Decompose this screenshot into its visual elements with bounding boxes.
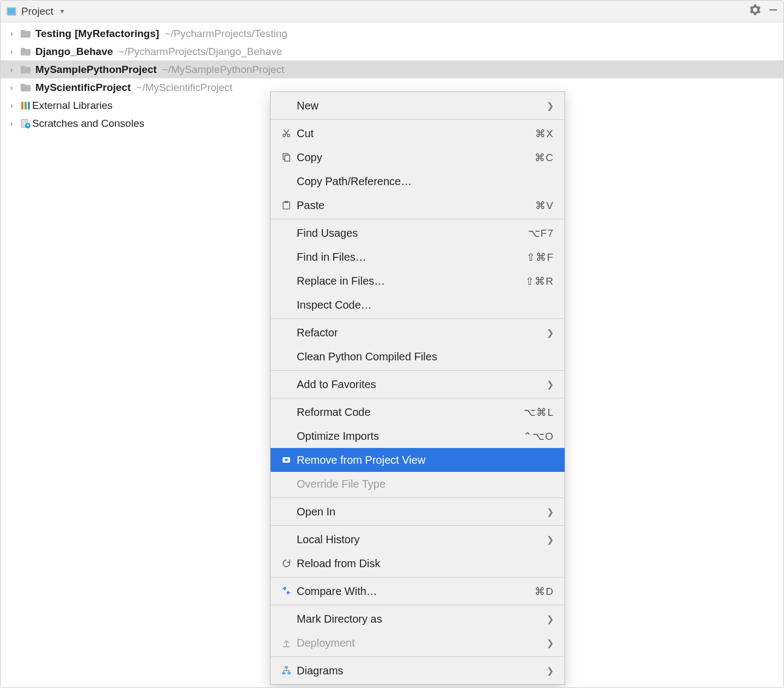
- external-libraries-icon: [20, 101, 32, 110]
- deploy-icon: [276, 638, 297, 648]
- menu-item[interactable]: Copy Path/Reference…: [271, 169, 565, 193]
- menu-item-label: Find in Files…: [297, 251, 526, 263]
- chevron-right-icon[interactable]: ›: [10, 47, 20, 56]
- menu-item-label: Remove from Project View: [297, 454, 554, 466]
- tree-item-name: External Libraries: [32, 100, 113, 112]
- menu-item[interactable]: Add to Favorites ❯: [271, 372, 565, 396]
- context-menu: New ❯ Cut ⌘X Copy ⌘C Copy Path/Reference…: [270, 91, 565, 685]
- folder-icon: [20, 65, 32, 75]
- tree-item[interactable]: › Django_Behave ~/PycharmProjects/Django…: [1, 42, 783, 60]
- menu-item-label: Override File Type: [297, 478, 554, 490]
- chevron-right-icon: ❯: [547, 507, 554, 517]
- menu-item[interactable]: Paste ⌘V: [271, 193, 565, 217]
- menu-item[interactable]: Reformat Code ⌥⌘L: [271, 400, 565, 424]
- gear-icon[interactable]: [750, 4, 761, 18]
- menu-item[interactable]: Remove from Project View: [271, 448, 565, 472]
- tree-item-path: ~/PycharmProjects/Django_Behave: [119, 46, 282, 58]
- svg-rect-1: [8, 8, 15, 15]
- menu-separator: [271, 398, 565, 398]
- menu-item-shortcut: ⌘X: [535, 127, 554, 140]
- menu-item[interactable]: Cut ⌘X: [271, 121, 565, 145]
- menu-item[interactable]: Local History ❯: [271, 527, 565, 551]
- menu-item[interactable]: Compare With… ⌘D: [271, 579, 565, 603]
- menu-item: Deployment ❯: [271, 631, 565, 655]
- chevron-right-icon: ❯: [547, 638, 554, 648]
- menu-item-shortcut: ⌥F7: [528, 227, 554, 239]
- tree-item-path: ~/MyScientificProject: [136, 82, 232, 94]
- menu-item[interactable]: Reload from Disk: [271, 551, 565, 575]
- svg-rect-17: [287, 672, 291, 674]
- menu-item-label: Replace in Files…: [297, 275, 525, 287]
- menu-item-shortcut: ⇧⌘R: [525, 275, 554, 287]
- tree-item-path: ~/PycharmProjects/Testing: [164, 28, 287, 40]
- menu-separator: [271, 605, 565, 605]
- menu-item-shortcut: ⇧⌘F: [526, 251, 554, 263]
- project-tool-window-header: Project ▼: [1, 1, 783, 22]
- menu-item-label: Local History: [297, 533, 547, 546]
- menu-item[interactable]: Open In ❯: [271, 500, 565, 524]
- menu-item-label: Refactor: [297, 327, 547, 339]
- menu-item[interactable]: Inspect Code…: [271, 293, 565, 317]
- menu-item-label: Mark Directory as: [297, 613, 547, 625]
- tree-item[interactable]: › Testing [MyRefactorings] ~/PycharmProj…: [1, 24, 783, 42]
- chevron-right-icon[interactable]: ›: [10, 29, 20, 38]
- svg-rect-15: [285, 666, 288, 668]
- menu-item-label: Add to Favorites: [297, 378, 547, 391]
- menu-item: Override File Type: [271, 472, 565, 496]
- chevron-right-icon: ❯: [547, 666, 554, 676]
- menu-item-label: Diagrams: [297, 665, 547, 677]
- reload-icon: [276, 558, 297, 568]
- tree-item-path: ~/MySamplePythonProject: [162, 64, 284, 76]
- folder-icon: [20, 47, 32, 57]
- menu-item-label: Open In: [297, 506, 547, 518]
- menu-item-label: Reformat Code: [297, 406, 524, 419]
- tree-item-name: Django_Behave: [35, 46, 113, 58]
- diagram-icon: [276, 666, 297, 675]
- menu-item[interactable]: Diagrams ❯: [271, 659, 565, 683]
- tree-item-name: Testing: [35, 28, 71, 40]
- menu-item[interactable]: Find Usages ⌥F7: [271, 221, 565, 245]
- menu-item-label: Cut: [297, 127, 535, 140]
- menu-item[interactable]: Find in Files… ⇧⌘F: [271, 245, 565, 269]
- chevron-right-icon: ❯: [547, 535, 554, 545]
- paste-icon: [276, 200, 297, 210]
- chevron-right-icon[interactable]: ›: [10, 83, 20, 92]
- view-dropdown-icon[interactable]: ▼: [59, 8, 65, 15]
- menu-separator: [271, 577, 565, 578]
- tree-item-name: MyScientificProject: [35, 82, 131, 94]
- menu-item[interactable]: Optimize Imports ⌃⌥O: [271, 424, 565, 448]
- project-icon: [6, 6, 17, 17]
- project-title[interactable]: Project: [21, 5, 53, 17]
- chevron-right-icon: ❯: [547, 614, 554, 624]
- menu-separator: [271, 119, 565, 120]
- folder-icon: [20, 29, 32, 39]
- svg-rect-2: [769, 9, 777, 11]
- menu-item-label: Optimize Imports: [297, 430, 523, 443]
- tree-item[interactable]: › MySamplePythonProject ~/MySamplePython…: [1, 60, 783, 78]
- delete-icon: [276, 455, 297, 465]
- menu-item[interactable]: Clean Python Compiled Files: [271, 345, 565, 368]
- menu-item[interactable]: Copy ⌘C: [271, 145, 565, 169]
- folder-icon: [20, 83, 32, 93]
- menu-item-label: Compare With…: [297, 585, 535, 598]
- hide-icon[interactable]: [768, 5, 778, 17]
- copy-icon: [276, 152, 297, 162]
- svg-rect-4: [24, 102, 27, 109]
- menu-item[interactable]: Replace in Files… ⇧⌘R: [271, 269, 565, 293]
- svg-rect-3: [21, 102, 23, 109]
- svg-rect-13: [285, 201, 288, 203]
- chevron-right-icon[interactable]: ›: [10, 65, 20, 74]
- tree-item-name: Scratches and Consoles: [32, 118, 144, 130]
- tree-item-name: MySamplePythonProject: [35, 64, 157, 76]
- menu-item[interactable]: New ❯: [271, 94, 565, 118]
- menu-item[interactable]: Mark Directory as ❯: [271, 607, 565, 631]
- menu-item-label: New: [297, 100, 547, 112]
- chevron-right-icon[interactable]: ›: [10, 101, 20, 110]
- cut-icon: [276, 128, 297, 138]
- menu-item-label: Inspect Code…: [297, 299, 554, 311]
- svg-rect-5: [28, 102, 30, 109]
- menu-item-shortcut: ⌘V: [535, 199, 554, 212]
- menu-item[interactable]: Refactor ❯: [271, 321, 565, 345]
- menu-item-label: Reload from Disk: [297, 557, 554, 570]
- chevron-right-icon[interactable]: ›: [10, 119, 20, 128]
